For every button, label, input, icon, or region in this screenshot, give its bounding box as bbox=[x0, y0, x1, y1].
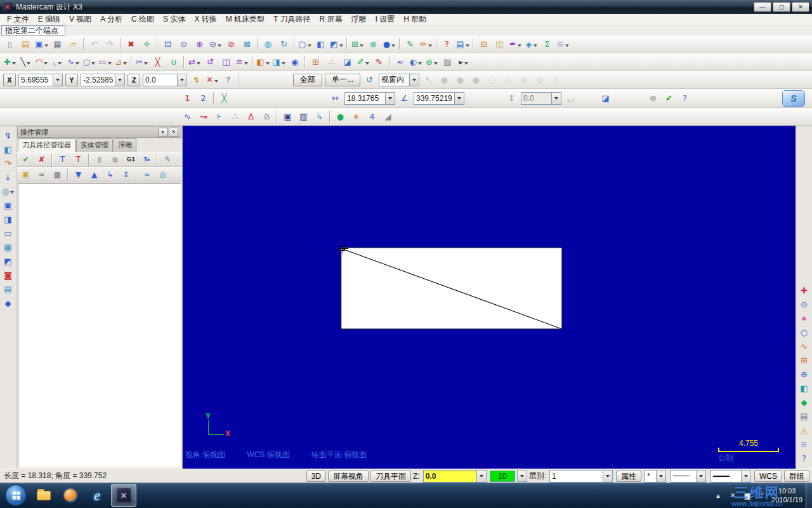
x-coordinate-field[interactable]: 5.69555 bbox=[18, 74, 63, 86]
art-help-icon[interactable]: ? bbox=[797, 451, 811, 465]
tab-art-manager[interactable]: 浮雕 bbox=[114, 138, 136, 152]
start-button[interactable] bbox=[5, 485, 27, 506]
render-sphere-icon[interactable]: ● bbox=[333, 110, 348, 124]
autocursor-grid-icon[interactable]: ⊞ bbox=[308, 55, 323, 69]
menu-11[interactable]: 浮雕 bbox=[347, 13, 371, 25]
blank-entities-icon[interactable]: ▨ bbox=[440, 55, 455, 69]
menu-5[interactable]: C 绘图 bbox=[127, 13, 159, 25]
right-view-icon[interactable]: ◨ bbox=[1, 212, 15, 226]
art-wave-icon[interactable]: ∿ bbox=[797, 339, 811, 353]
point-style-dropdown-icon[interactable] bbox=[656, 471, 665, 482]
help-button[interactable]: ? bbox=[678, 91, 692, 105]
art-list-icon[interactable]: ≡ bbox=[797, 437, 811, 451]
pan-down-icon[interactable]: ↓ bbox=[1, 170, 15, 184]
file-merge-icon[interactable]: ▱ bbox=[66, 37, 81, 51]
dropdown-arrow-icon[interactable] bbox=[75, 62, 79, 67]
x-dropdown-icon[interactable] bbox=[53, 74, 62, 86]
point-cloud-icon[interactable]: ∴ bbox=[228, 110, 242, 124]
taskbar-explorer-button[interactable] bbox=[31, 484, 56, 507]
verify-icon[interactable]: ◈ bbox=[524, 37, 539, 51]
break-icon[interactable]: ╳ bbox=[150, 55, 165, 69]
dropdown-arrow-icon[interactable] bbox=[565, 44, 569, 49]
edit-endpoint2-icon[interactable]: 2 bbox=[196, 91, 211, 105]
menu-4[interactable]: A 分析 bbox=[96, 13, 127, 25]
delta-check-icon[interactable]: ∆ bbox=[244, 110, 258, 124]
dropdown-arrow-icon[interactable] bbox=[108, 62, 112, 67]
zoom-dynamic-icon[interactable]: ↯ bbox=[1, 128, 15, 142]
levels-dialog-icon[interactable]: ≈ bbox=[393, 55, 407, 69]
menu-2[interactable]: E 编辑 bbox=[34, 13, 65, 25]
dropdown-arrow-icon[interactable] bbox=[391, 44, 395, 49]
dropdown-arrow-icon[interactable] bbox=[91, 62, 95, 67]
art-zoom-icon[interactable]: ⊙ bbox=[797, 297, 811, 311]
select-mask-icon[interactable]: ● bbox=[469, 73, 483, 87]
line-angle-field[interactable]: 339.75219 bbox=[414, 92, 464, 105]
show-desktop-button[interactable] bbox=[806, 483, 812, 508]
menu-8[interactable]: M 机床类型 bbox=[221, 13, 269, 25]
arrow-select-icon[interactable]: ◪ bbox=[340, 55, 355, 69]
grid-plane-icon[interactable]: ▦ bbox=[1, 240, 15, 254]
null-filter-icon[interactable]: ⊘ bbox=[259, 110, 274, 124]
save-icon[interactable]: ▣ bbox=[34, 37, 49, 51]
move-insert-up-icon[interactable]: ▲ bbox=[87, 168, 102, 182]
endpoint-join-icon[interactable]: ⊦ bbox=[212, 110, 226, 124]
attribute-brush-icon[interactable]: ✎ bbox=[372, 55, 386, 69]
taskbar-mastercam-button[interactable]: ✕ bbox=[111, 484, 136, 507]
dropdown-arrow-icon[interactable] bbox=[466, 44, 469, 49]
snap-settings-icon[interactable]: ∴ bbox=[324, 55, 339, 69]
join-entities-icon[interactable]: ∪ bbox=[166, 55, 181, 69]
dropdown-arrow-icon[interactable] bbox=[428, 44, 432, 49]
in-window-mode-icon[interactable]: ↖ bbox=[421, 73, 436, 87]
z-axis-button[interactable]: Z bbox=[128, 74, 140, 86]
gview-top-icon[interactable]: ▢ bbox=[298, 37, 312, 51]
selection-help-icon[interactable]: ? bbox=[548, 73, 563, 87]
shading-icon[interactable]: ✎ bbox=[403, 37, 417, 51]
art-grid-icon[interactable]: ⊞ bbox=[797, 353, 811, 367]
art-target-icon[interactable]: ⊕ bbox=[797, 367, 811, 381]
tangent-toggle-icon[interactable]: ◡ bbox=[563, 91, 578, 105]
screen-view-button[interactable]: 屏幕视角 bbox=[328, 471, 369, 482]
dropdown-arrow-icon[interactable] bbox=[282, 62, 285, 67]
dropdown-arrow-icon[interactable] bbox=[123, 62, 127, 67]
xform-rotate-icon[interactable]: ↺ bbox=[203, 55, 218, 69]
more-tools-icon[interactable]: ▸ bbox=[456, 55, 471, 69]
menu-3[interactable]: V 视图 bbox=[65, 13, 96, 25]
dropdown-arrow-icon[interactable] bbox=[214, 80, 218, 84]
entity-color-swatch[interactable]: 10 bbox=[490, 471, 515, 482]
diamond-view-icon[interactable]: ◆ bbox=[1, 296, 15, 310]
line-width-combo[interactable] bbox=[710, 470, 751, 483]
verify-solid-icon[interactable]: ● bbox=[108, 152, 122, 166]
drafting-tool-icon[interactable]: ⊿ bbox=[114, 55, 128, 69]
gview-front-icon[interactable]: ◧ bbox=[313, 37, 328, 51]
tab-toolpath-manager[interactable]: 刀具路径管理器 bbox=[18, 138, 75, 152]
xform-mirror-icon[interactable]: ◫ bbox=[219, 55, 233, 69]
zoom-out-icon[interactable]: ⊖ bbox=[208, 37, 223, 51]
select-result-icon[interactable]: ● bbox=[437, 73, 452, 87]
fastpoint-icon[interactable]: ↯ bbox=[189, 73, 204, 87]
regen-dirty-icon[interactable]: T bbox=[71, 152, 86, 166]
corner-handle-icon[interactable]: ◢ bbox=[381, 110, 395, 124]
unselect-all-operations-icon[interactable]: ✘ bbox=[34, 152, 49, 166]
select-polygon-icon[interactable]: ◇ bbox=[501, 73, 515, 87]
graphics-area[interactable]: Y X 视角:俯视图 WCS:俯视图 绘图平面:俯视图 4.755 公制 bbox=[183, 126, 796, 469]
rectangle-tool-icon[interactable]: ▭ bbox=[98, 55, 112, 69]
scroll-insert-icon[interactable]: ↕ bbox=[119, 168, 133, 182]
curvature-analysis-icon[interactable]: ↝ bbox=[196, 110, 211, 124]
taskbar-clock[interactable]: 10:03 2010/1/19 bbox=[771, 486, 802, 505]
machine-group-properties-icon[interactable]: ⊟ bbox=[476, 37, 491, 51]
tray-network-icon[interactable]: ▆ bbox=[742, 490, 752, 500]
3d-construction-toggle[interactable]: 3D bbox=[306, 471, 326, 482]
attributes-button[interactable]: 属性 bbox=[616, 471, 641, 482]
analyze-entity-icon[interactable]: ▤ bbox=[455, 37, 470, 51]
toolpath-editor-icon[interactable]: ✒ bbox=[508, 37, 523, 51]
dropdown-arrow-icon[interactable] bbox=[266, 62, 270, 67]
solid-extrude-icon[interactable]: ◨ bbox=[272, 55, 286, 69]
color-dropdown-icon[interactable] bbox=[517, 471, 527, 482]
move-insert-down-icon[interactable]: ▼ bbox=[71, 168, 86, 182]
dropdown-arrow-icon[interactable] bbox=[434, 62, 438, 67]
tray-app-icon[interactable]: ✕ bbox=[728, 490, 738, 500]
selection-window-combo[interactable]: 视窗内 bbox=[379, 74, 419, 86]
line-length-field[interactable]: 18.31765 bbox=[344, 92, 395, 105]
autocursor-help-icon[interactable]: ? bbox=[221, 73, 235, 87]
xform-translate-icon[interactable]: ⇄ bbox=[187, 55, 202, 69]
